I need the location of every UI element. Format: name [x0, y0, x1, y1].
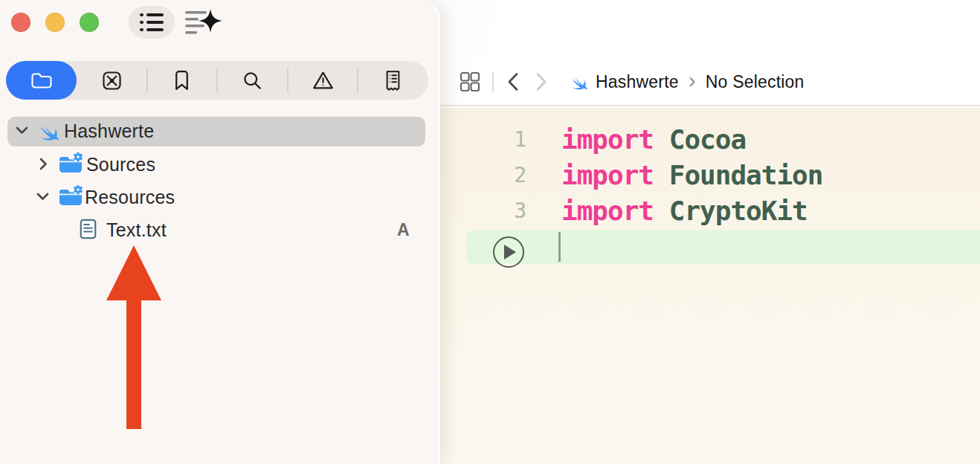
divider	[492, 72, 494, 91]
tree-label: Sources	[86, 154, 155, 175]
annotation-up-arrow	[106, 245, 161, 429]
text-cursor	[558, 232, 561, 262]
search-icon	[242, 71, 262, 91]
chevron-back-icon[interactable]	[507, 72, 519, 91]
sparkle-compose-icon	[184, 7, 224, 37]
tree-row-text-txt[interactable]: Text.txt A	[0, 214, 439, 247]
sidebar-titlebar	[0, 0, 439, 45]
tab-reports[interactable]	[358, 61, 428, 100]
minimize-button[interactable]	[45, 13, 65, 32]
zoom-button[interactable]	[80, 13, 99, 32]
folder-icon	[30, 71, 53, 90]
module-token: Cocoa	[669, 124, 746, 155]
swift-icon	[567, 72, 588, 92]
swift-icon	[33, 119, 60, 144]
warning-icon	[312, 71, 334, 90]
module-token: CryptoKit	[669, 196, 807, 226]
folder-gear-icon	[58, 152, 83, 175]
navigator-tab-bar	[6, 61, 428, 100]
tree-label: Hashwerte	[64, 120, 154, 142]
keyword-token: import	[561, 160, 669, 190]
tab-bookmarks[interactable]	[147, 61, 218, 100]
sidebar-list-button[interactable]	[129, 6, 175, 39]
disclosure-right-icon[interactable]	[39, 158, 48, 170]
chevron-forward-icon[interactable]	[535, 72, 547, 91]
sparkle-compose-button[interactable]	[184, 7, 224, 37]
sidebar-list-icon	[140, 13, 164, 32]
jump-bar-project[interactable]: Hashwerte	[596, 72, 679, 92]
tab-find[interactable]	[217, 61, 288, 100]
grid-icon[interactable]	[460, 71, 480, 92]
breadcrumb-separator: ›	[689, 68, 696, 93]
tree-row-hashwerte[interactable]: Hashwerte	[0, 117, 439, 149]
line-number: 1	[441, 122, 526, 158]
tree-row-resources[interactable]: Resources	[0, 181, 439, 214]
disclosure-down-icon[interactable]	[36, 193, 49, 201]
tree-label: Resources	[85, 187, 175, 208]
sidebar-panel: Hashwerte	[0, 0, 439, 464]
run-line-button[interactable]	[493, 236, 524, 268]
close-button[interactable]	[11, 13, 30, 32]
text-file-icon	[80, 219, 97, 239]
play-icon	[504, 245, 516, 260]
disclosure-down-icon[interactable]	[16, 126, 28, 135]
bookmark-icon	[173, 70, 190, 91]
tab-crash-logs[interactable]	[77, 61, 147, 100]
tab-issues[interactable]	[288, 61, 358, 100]
playgrounds-window: Hashwerte › No Selection 1 import Cocoa …	[0, 0, 980, 464]
arrow-shaft	[126, 300, 141, 429]
x-square-icon	[102, 71, 122, 91]
line-number: 3	[441, 193, 526, 229]
source-control-status-badge: A	[397, 220, 410, 240]
tree-row-sources[interactable]: Sources	[0, 149, 439, 181]
jump-bar-selection[interactable]: No Selection	[706, 72, 805, 92]
arrow-head	[106, 245, 161, 300]
line-number: 2	[441, 158, 526, 193]
tree-label: Text.txt	[106, 219, 167, 241]
jump-bar: Hashwerte › No Selection	[460, 69, 805, 94]
report-icon	[384, 70, 402, 91]
keyword-token: import	[561, 196, 669, 226]
folder-gear-icon	[58, 185, 83, 207]
module-token: Foundation	[669, 160, 823, 190]
keyword-token: import	[561, 124, 669, 155]
tab-project-navigator[interactable]	[6, 61, 77, 100]
